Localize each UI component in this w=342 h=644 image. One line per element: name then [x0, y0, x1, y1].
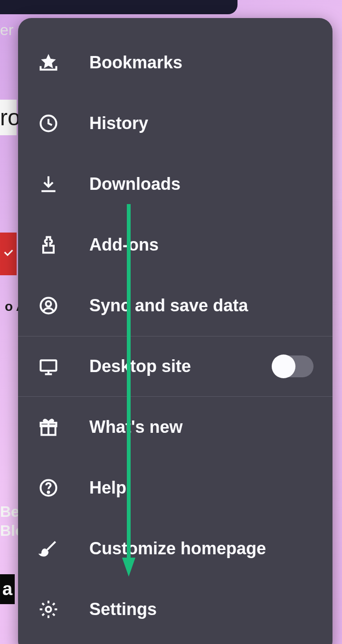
menu-label-settings: Settings	[89, 599, 157, 619]
background-dark-bar	[0, 0, 238, 14]
background-red-block	[0, 233, 17, 275]
menu-label-customize: Customize homepage	[89, 539, 266, 559]
svg-point-8	[46, 607, 51, 612]
clock-icon	[37, 112, 60, 135]
background-fragment-be: Be	[0, 503, 19, 521]
browser-menu-panel: Bookmarks History Downloads Add-ons Sync…	[18, 18, 332, 644]
menu-label-help: Help	[89, 478, 126, 498]
menu-item-downloads[interactable]: Downloads	[18, 154, 332, 215]
gift-icon	[37, 416, 60, 439]
menu-item-whats-new[interactable]: What's new	[18, 397, 332, 457]
menu-item-history[interactable]: History	[18, 93, 332, 154]
download-icon	[37, 173, 60, 196]
svg-rect-3	[41, 360, 57, 371]
menu-label-desktop-site: Desktop site	[89, 356, 191, 376]
puzzle-icon	[37, 233, 60, 256]
menu-item-desktop-site[interactable]: Desktop site	[18, 336, 332, 397]
star-tray-icon	[37, 51, 60, 74]
brush-icon	[37, 537, 60, 560]
menu-item-customize-homepage[interactable]: Customize homepage	[18, 518, 332, 579]
menu-label-whats-new: What's new	[89, 417, 183, 437]
menu-label-bookmarks: Bookmarks	[89, 53, 182, 73]
help-icon	[37, 476, 60, 499]
menu-label-downloads: Downloads	[89, 174, 180, 194]
account-icon	[37, 294, 60, 317]
menu-item-settings[interactable]: Settings	[18, 579, 332, 640]
background-fragment-er: er	[0, 21, 13, 39]
menu-item-addons[interactable]: Add-ons	[18, 215, 332, 275]
background-fragment-ro: ro	[0, 100, 17, 135]
gear-icon	[37, 598, 60, 621]
menu-label-addons: Add-ons	[89, 235, 159, 255]
menu-item-bookmarks[interactable]: Bookmarks	[18, 32, 332, 93]
toggle-knob	[272, 355, 295, 378]
svg-point-7	[48, 492, 49, 493]
svg-point-2	[46, 301, 51, 307]
menu-item-sync[interactable]: Sync and save data	[18, 275, 332, 336]
background-fragment-a: a	[0, 574, 15, 604]
desktop-icon	[37, 355, 60, 378]
menu-item-help[interactable]: Help	[18, 457, 332, 518]
menu-label-history: History	[89, 113, 148, 133]
menu-label-sync: Sync and save data	[89, 296, 248, 316]
desktop-site-toggle[interactable]	[272, 355, 314, 377]
